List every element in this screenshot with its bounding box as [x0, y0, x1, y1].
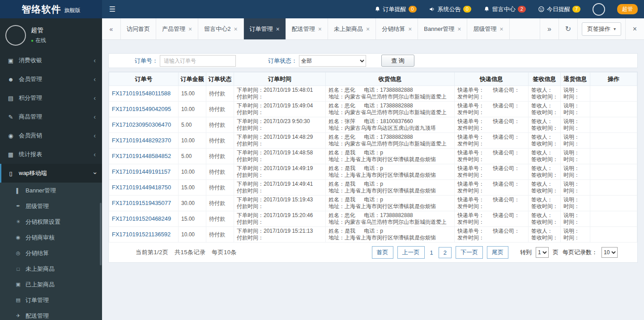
query-button[interactable]: 查 询	[381, 55, 414, 67]
goto-page-select[interactable]: 1	[536, 247, 549, 258]
order-status-select[interactable]: 全部	[299, 55, 366, 67]
sidebar-item-marketing[interactable]: ◉ 会员营销 ‹	[0, 126, 102, 145]
last-page-button[interactable]: 尾页	[487, 246, 508, 259]
order-row: FX1710191548011588 15.00 待付款 下单时间：2017/1…	[109, 86, 637, 102]
express-info-cell: 快递单号： 快递公司： 发件时间：	[455, 149, 529, 164]
order-no-link[interactable]: FX1710191448292370	[112, 137, 171, 144]
operation-cell	[590, 164, 637, 180]
order-amount-cell: 15.00	[179, 180, 206, 196]
order-reminder-button[interactable]: 订单提醒 0	[374, 5, 417, 13]
tab-product-mgmt[interactable]: 产品管理 ×	[156, 18, 198, 39]
tab-order-mgmt[interactable]: 订单管理 ×	[244, 18, 286, 39]
tab-bar-controls: » ↻ 页签操作 ▾ ×	[540, 18, 644, 39]
close-icon[interactable]: ×	[408, 26, 412, 33]
tab-message-center[interactable]: 留言中心2 ×	[198, 18, 243, 39]
order-no-link[interactable]: FX1710191521136592	[112, 231, 171, 238]
return-info-cell: 说明： 时间：	[561, 117, 590, 133]
close-icon[interactable]: ×	[188, 26, 192, 33]
sidebar-item-points[interactable]: ▤ 积分管理 ‹	[0, 89, 102, 107]
today-reminder-label: 今日提醒	[547, 5, 570, 13]
order-no-link[interactable]: FX1710191548011588	[112, 90, 171, 97]
main-area: « 访问首页 产品管理 × 留言中心2 × 订单管理 × 配送管	[102, 18, 644, 320]
message-center-button[interactable]: 留言中心 2	[483, 5, 526, 13]
tabs-scroll-left-button[interactable]: «	[102, 18, 121, 39]
submenu-item-listed-products[interactable]: ▣ 已上架商品	[0, 277, 102, 292]
order-time-cell: 下单时间：2017/10/19 14:49:41 付款时间：	[234, 180, 326, 196]
sign-info-cell: 签收人： 签收时间：	[529, 149, 561, 164]
submenu-item-order-mgmt[interactable]: ▤ 订单管理	[0, 292, 102, 308]
tabs: 访问首页 产品管理 × 留言中心2 × 订单管理 × 配送管理 ×	[121, 18, 510, 39]
top-nav: ☰ 订单提醒 0 系统公告 0 留言中心 2	[102, 0, 644, 18]
order-no-link[interactable]: FX1710191449418750	[112, 184, 171, 191]
receiver-info-cell: 姓名：恶化 电话：17388882888 地址：内蒙古省乌兰浩特市阿尔山市新城街…	[326, 211, 455, 227]
page-2-button[interactable]: 2	[439, 247, 452, 258]
express-info-cell: 快递单号： 快递公司： 发件时间：	[455, 180, 529, 196]
sidebar-item-cashier[interactable]: ▣ 消费收银 ‹	[0, 51, 102, 70]
submenu-item-unlisted-products[interactable]: □ 未上架商品	[0, 261, 102, 277]
page-size-select[interactable]: 10	[601, 247, 618, 258]
sidebar-item-wap-mobile[interactable]: ▯ wap移动端 ‹	[0, 164, 102, 183]
chevron-left-icon: ‹	[94, 113, 96, 120]
sidebar-item-products[interactable]: ✎ 商品管理 ‹	[0, 107, 102, 126]
close-all-tabs-button[interactable]: ×	[625, 18, 644, 39]
sidebar-item-members[interactable]: ☻ 会员管理 ‹	[0, 70, 102, 89]
top-header: 智络软件 旗舰版 ☰ 订单提醒 0 系统公告 0	[0, 0, 644, 18]
submenu-item-banner-mgmt[interactable]: ▌ Banner管理	[0, 183, 102, 198]
tab-delivery-mgmt[interactable]: 配送管理 ×	[286, 18, 328, 39]
tab-banner-mgmt[interactable]: Banner管理 ×	[418, 18, 467, 39]
order-time-cell: 下单时间：2017/10/19 15:21:13 付款时间：	[234, 227, 326, 243]
tab-home[interactable]: 访问首页	[121, 18, 156, 39]
close-icon[interactable]: ×	[276, 26, 280, 33]
goto-unit-label: 页	[553, 248, 559, 256]
submenu-item-delivery-mgmt[interactable]: ✈ 配送管理	[0, 308, 102, 320]
tab-unlisted-products[interactable]: 未上架商品 ×	[328, 18, 376, 39]
submenu-item-dist-review[interactable]: ◉ 分销商审核	[0, 230, 102, 245]
sidebar-user-panel: 超管 ●在线	[0, 18, 102, 51]
order-no-link[interactable]: FX1710191449191157	[112, 168, 171, 175]
order-reminder-label: 订单提醒	[383, 5, 406, 13]
receiver-info-cell: 姓名：是我 电话：p 地址：上海省上海市闵行区华漕镇就是你烦恼	[326, 180, 455, 196]
receiver-info-cell: 姓名：是我 电话：p 地址：上海省上海市闵行区华漕镇就是你烦恼	[326, 149, 455, 164]
user-role-badge[interactable]: 超管	[617, 4, 638, 14]
order-no-input[interactable]	[160, 55, 236, 67]
tab-level-mgmt[interactable]: 层级管理 ×	[467, 18, 509, 39]
message-center-badge: 2	[518, 6, 526, 13]
close-icon[interactable]: ×	[457, 26, 461, 33]
member-icon: ☻	[7, 76, 15, 83]
operation-cell	[590, 102, 637, 117]
prev-page-button[interactable]: 上一页	[397, 246, 425, 259]
eye-icon: ◎	[15, 250, 21, 256]
order-status-cell: 待付款	[206, 211, 234, 227]
close-icon[interactable]: ×	[234, 26, 237, 33]
chevron-left-icon: ‹	[94, 76, 96, 83]
tabs-scroll-right-button[interactable]: »	[540, 18, 559, 39]
order-no-link[interactable]: FX1710191549042095	[112, 106, 171, 112]
operation-cell	[590, 149, 637, 164]
return-info-cell: 说明： 时间：	[561, 196, 590, 211]
order-no-link[interactable]: FX1710230950306470	[112, 121, 171, 128]
sidebar-item-reports[interactable]: ▦ 统计报表 ‹	[0, 145, 102, 164]
tab-operations-button[interactable]: 页签操作 ▾	[582, 22, 621, 36]
order-no-link[interactable]: FX1710191448584852	[112, 153, 171, 159]
user-avatar[interactable]	[593, 3, 605, 16]
close-icon[interactable]: ×	[366, 26, 370, 33]
close-icon[interactable]: ×	[318, 26, 322, 33]
submenu-item-dist-permission[interactable]: ✳ 分销权限设置	[0, 214, 102, 230]
close-icon[interactable]: ×	[499, 26, 503, 33]
sign-info-cell: 签收人： 签收时间：	[529, 164, 561, 180]
submenu-item-dist-settlement[interactable]: ◎ 分销结算	[0, 245, 102, 261]
sidebar-scrollbar[interactable]	[100, 203, 102, 265]
pagination-summary: 当前第1/2页 共15条记录 每页10条	[136, 248, 237, 256]
system-announcement-button[interactable]: 系统公告 0	[429, 5, 471, 13]
order-no-cell: FX1710191521136592	[109, 227, 179, 243]
submenu-item-level-mgmt[interactable]: ✒ 层级管理	[0, 198, 102, 214]
refresh-icon[interactable]: ↻	[559, 18, 577, 39]
tab-dist-settlement[interactable]: 分销结算 ×	[376, 18, 418, 39]
hamburger-menu-icon[interactable]: ☰	[102, 5, 123, 13]
first-page-button[interactable]: 首页	[372, 246, 393, 259]
next-page-button[interactable]: 下一页	[456, 246, 483, 259]
column-header: 快递信息	[455, 73, 529, 86]
order-no-link[interactable]: FX1710191519435077	[112, 200, 171, 206]
today-reminder-button[interactable]: 今日提醒 7	[538, 5, 580, 13]
order-no-link[interactable]: FX1710191520468249	[112, 215, 171, 222]
